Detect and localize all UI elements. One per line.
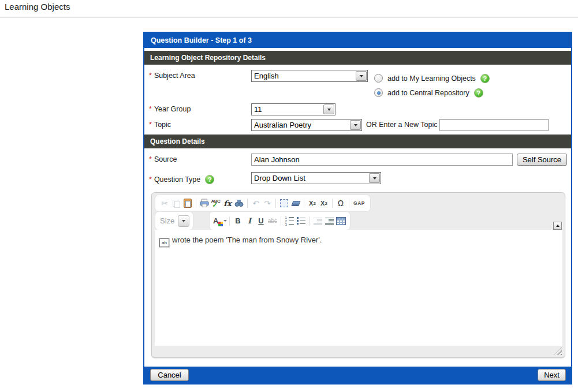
year-group-value: 11 bbox=[252, 104, 323, 115]
help-icon[interactable]: ? bbox=[474, 88, 483, 98]
find-icon[interactable] bbox=[233, 197, 245, 209]
subject-area-label: *Subject Area bbox=[149, 72, 195, 80]
section-question-details: Question Details bbox=[144, 135, 571, 148]
select-all-icon[interactable] bbox=[278, 197, 290, 209]
italic-icon[interactable]: I bbox=[244, 215, 255, 227]
gap-button[interactable]: GAP bbox=[352, 197, 367, 209]
editor-zone: ✂ ABC✓ fx ↶ ↷ bbox=[144, 188, 571, 367]
divider bbox=[281, 216, 281, 226]
chevron-down-icon[interactable] bbox=[323, 104, 334, 114]
year-group-label: *Year Group bbox=[149, 105, 191, 113]
redo-icon[interactable]: ↷ bbox=[262, 197, 273, 209]
scroll-up-icon[interactable] bbox=[553, 222, 562, 230]
divider bbox=[229, 216, 230, 226]
year-group-select[interactable]: 11 bbox=[251, 103, 335, 115]
underline-icon[interactable]: U bbox=[255, 215, 267, 227]
spellcheck-icon[interactable]: ABC✓ bbox=[210, 197, 222, 209]
destination-radio-group: add to My Learning Objects ? add to Cent… bbox=[374, 71, 490, 100]
size-dropdown[interactable]: Size bbox=[155, 212, 193, 230]
question-form: *Source Self Source *Question Type ? Dro… bbox=[144, 148, 571, 188]
radio-icon[interactable] bbox=[374, 74, 383, 83]
chevron-down-icon[interactable] bbox=[369, 173, 380, 183]
paste-icon[interactable] bbox=[182, 197, 193, 209]
page-title: Learning Objects bbox=[5, 2, 70, 12]
help-icon[interactable]: ? bbox=[205, 175, 214, 184]
divider bbox=[275, 199, 276, 208]
next-button[interactable]: Next bbox=[538, 369, 566, 381]
source-label: *Source bbox=[149, 155, 177, 163]
destination-radio[interactable]: add to My Learning Objects ? bbox=[374, 71, 490, 85]
topic-select[interactable]: Australian Poetry bbox=[251, 119, 362, 131]
page: Learning Objects Question Builder - Step… bbox=[0, 0, 578, 392]
subject-area-select[interactable]: English bbox=[251, 70, 368, 82]
divider bbox=[304, 199, 304, 208]
bullet-list-icon[interactable] bbox=[295, 215, 307, 227]
topic-label: *Topic bbox=[149, 121, 171, 129]
divider bbox=[196, 199, 196, 208]
size-label: Size bbox=[160, 216, 174, 225]
help-icon[interactable]: ? bbox=[480, 74, 490, 83]
superscript-icon[interactable]: X2 bbox=[318, 197, 330, 209]
resize-grip-icon[interactable] bbox=[554, 347, 562, 355]
divider bbox=[349, 199, 349, 208]
question-builder-panel: Question Builder - Step 1 of 3 Learning … bbox=[143, 32, 572, 384]
panel-title: Question Builder - Step 1 of 3 bbox=[144, 33, 571, 48]
copy-icon[interactable] bbox=[170, 197, 182, 209]
formula-icon[interactable]: fx bbox=[222, 197, 233, 209]
chevron-down-icon[interactable] bbox=[178, 215, 189, 227]
page-divider bbox=[0, 17, 578, 18]
editor-toolbar-row1: ✂ ABC✓ fx ↶ ↷ bbox=[155, 195, 370, 211]
destination-option-label: add to Central Repository bbox=[387, 89, 469, 97]
indent-icon[interactable] bbox=[323, 215, 335, 227]
section-repository-details: Learning Object Repository Details bbox=[144, 51, 571, 65]
editor-toolbar-row2: A B I U abc 123 bbox=[210, 212, 350, 230]
subscript-icon[interactable]: X2 bbox=[307, 197, 318, 209]
numbered-list-icon[interactable]: 123 bbox=[284, 215, 295, 227]
new-topic-input[interactable] bbox=[439, 119, 549, 131]
chevron-down-icon[interactable] bbox=[356, 71, 367, 81]
destination-option-label: add to My Learning Objects bbox=[387, 74, 476, 83]
or-new-topic-label: OR Enter a New Topic bbox=[366, 121, 437, 129]
topic-value: Australian Poetry bbox=[252, 120, 349, 130]
question-type-value: Drop Down List bbox=[252, 173, 368, 184]
required-asterisk: * bbox=[149, 72, 152, 80]
source-input[interactable] bbox=[251, 154, 513, 166]
print-icon[interactable] bbox=[199, 197, 210, 209]
chevron-down-icon[interactable] bbox=[350, 120, 361, 130]
self-source-button[interactable]: Self Source bbox=[517, 154, 567, 166]
font-color-icon[interactable]: A bbox=[213, 215, 227, 227]
question-type-select[interactable]: Drop Down List bbox=[251, 172, 381, 184]
rich-text-editor: ✂ ABC✓ fx ↶ ↷ bbox=[151, 192, 565, 358]
bold-icon[interactable]: B bbox=[232, 215, 244, 227]
divider bbox=[309, 216, 309, 226]
panel-footer: Cancel Next bbox=[144, 367, 571, 383]
eraser-icon[interactable] bbox=[290, 197, 301, 209]
question-type-label: *Question Type ? bbox=[149, 175, 214, 184]
destination-radio[interactable]: add to Central Repository ? bbox=[374, 85, 490, 100]
table-icon[interactable] bbox=[335, 215, 346, 227]
repository-form: *Subject Area English add to My Learning… bbox=[144, 65, 571, 135]
editor-text[interactable]: abwrote the poem 'The man from Snowy Riv… bbox=[155, 230, 553, 346]
cut-icon[interactable]: ✂ bbox=[159, 197, 170, 209]
editor-content-area[interactable]: abwrote the poem 'The man from Snowy Riv… bbox=[155, 230, 562, 346]
strikethrough-icon[interactable]: abc bbox=[267, 215, 278, 227]
special-character-icon[interactable]: Ω bbox=[335, 197, 346, 209]
undo-icon[interactable]: ↶ bbox=[250, 197, 262, 209]
divider bbox=[247, 199, 248, 208]
radio-icon[interactable] bbox=[374, 88, 383, 97]
cancel-button[interactable]: Cancel bbox=[150, 369, 189, 381]
outdent-icon[interactable] bbox=[312, 215, 323, 227]
subject-area-value: English bbox=[252, 70, 355, 81]
divider bbox=[332, 199, 333, 208]
editor-scrollbar[interactable] bbox=[553, 222, 562, 346]
gap-placeholder-chip[interactable]: ab bbox=[159, 238, 169, 247]
question-text: wrote the poem 'The man from Snowy River… bbox=[172, 236, 322, 244]
